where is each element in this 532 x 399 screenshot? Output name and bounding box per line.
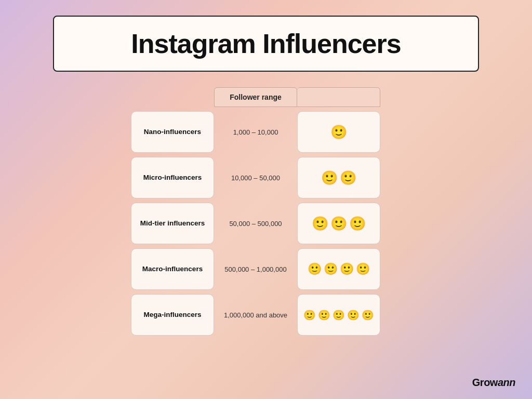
- table-row: Micro-influencers 10,000 – 50,000 🙂 🙂: [131, 157, 401, 198]
- table-header: Follower range: [131, 87, 401, 107]
- row-emoji-micro: 🙂 🙂: [297, 157, 380, 198]
- header-empty-cell: [131, 87, 214, 107]
- row-label-macro: Macro-influencers: [131, 248, 214, 290]
- row-range-nano: 1,000 – 10,000: [214, 111, 297, 153]
- row-label-mega: Mega-influencers: [131, 294, 214, 336]
- row-label-midtier: Mid-tier influencers: [131, 203, 214, 244]
- row-range-macro: 500,000 – 1,000,000: [214, 248, 297, 290]
- row-range-micro: 10,000 – 50,000: [214, 157, 297, 198]
- emoji-header: [297, 87, 380, 107]
- row-emoji-macro: 🙂 🙂 🙂 🙂: [297, 248, 380, 290]
- table-row: Nano-influencers 1,000 – 10,000 🙂: [131, 111, 401, 153]
- row-range-mega: 1,000,000 and above: [214, 294, 297, 336]
- page-title: Instagram Influencers: [75, 28, 457, 59]
- page-wrapper: Instagram Influencers Follower range Nan…: [0, 0, 532, 399]
- row-label-micro: Micro-influencers: [131, 157, 214, 198]
- row-label-nano: Nano-influencers: [131, 111, 214, 153]
- table-row: Mid-tier influencers 50,000 – 500,000 🙂 …: [131, 203, 401, 244]
- title-box: Instagram Influencers: [53, 16, 479, 72]
- table-row: Mega-influencers 1,000,000 and above 🙂 🙂…: [131, 294, 401, 336]
- row-emoji-nano: 🙂: [297, 111, 380, 153]
- table-container: Follower range Nano-influencers 1,000 – …: [131, 87, 401, 336]
- follower-range-header: Follower range: [214, 87, 297, 107]
- table-row: Macro-influencers 500,000 – 1,000,000 🙂 …: [131, 248, 401, 290]
- table-body: Nano-influencers 1,000 – 10,000 🙂 Micro-…: [131, 111, 401, 336]
- brand-logo: Growann: [472, 377, 515, 389]
- row-range-midtier: 50,000 – 500,000: [214, 203, 297, 244]
- row-emoji-midtier: 🙂 🙂 🙂: [297, 203, 380, 244]
- row-emoji-mega: 🙂 🙂 🙂 🙂 🙂: [297, 294, 380, 336]
